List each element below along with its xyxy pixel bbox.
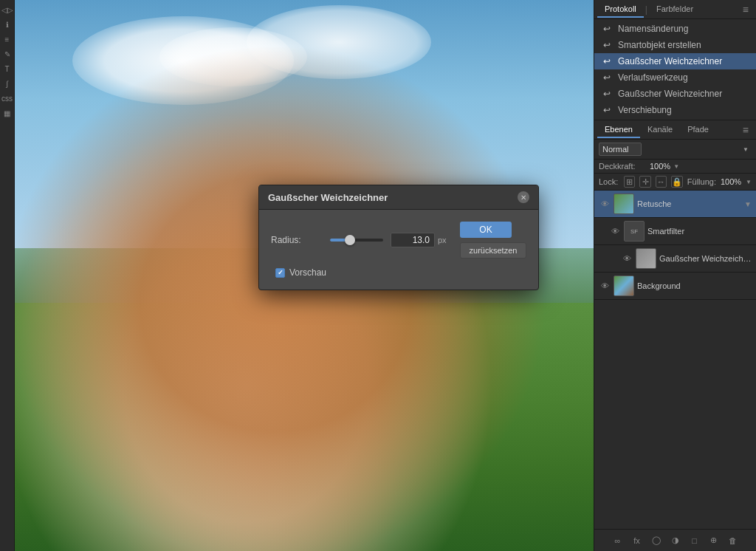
layers-panel-bottom: ∞ fx ◯ ◑ □ ⊕ 🗑 <box>594 529 756 551</box>
blend-mode-select-wrapper[interactable]: Normal <box>599 143 752 156</box>
delete-layer-icon[interactable]: 🗑 <box>726 534 740 547</box>
adjustment-layer-icon[interactable]: ◑ <box>669 534 682 547</box>
history-item-icon: ↩ <box>602 40 612 50</box>
layer-thumbnail-retusche <box>614 194 634 214</box>
layer-mask-icon[interactable]: ◯ <box>650 534 663 547</box>
history-item-active[interactable]: ↩ Gaußscher Weichzeichner <box>594 53 756 69</box>
layer-thumbnail-gaussian <box>636 248 656 269</box>
radius-value-input[interactable] <box>391 233 435 247</box>
dialog-title: Gaußscher Weichzeichner <box>268 192 388 203</box>
layer-item-retusche[interactable]: 👁 Retusche ▼ <box>594 191 756 218</box>
lock-artboard-icon[interactable]: ↔ <box>656 176 667 188</box>
history-item-label: Namensänderung <box>618 24 688 34</box>
new-layer-icon[interactable]: ⊕ <box>707 534 721 547</box>
preview-checkbox[interactable]: ✓ <box>275 268 285 278</box>
layer-thumbnail-smartfilter: SF <box>624 221 645 242</box>
right-panel: Protokoll | Farbfelder ≡ ↩ Namensänderun… <box>594 0 756 551</box>
layers-panel-tabs: Ebenen Kanäle Pfade ≡ <box>594 120 756 140</box>
history-panel-menu-button[interactable]: ≡ <box>738 2 753 17</box>
history-item-icon: ↩ <box>602 24 612 34</box>
slider-track <box>330 239 383 242</box>
layer-thumbnail-background <box>614 276 634 296</box>
history-item-label: Gaußscher Weichzeichner <box>618 56 722 66</box>
layer-visibility-eye[interactable]: 👁 <box>599 198 611 210</box>
fill-value[interactable]: 100% <box>721 177 741 186</box>
tab-kanaele[interactable]: Kanäle <box>640 122 680 138</box>
history-item[interactable]: ↩ Smartobjekt erstellen <box>594 37 756 53</box>
history-item-label: Gaußscher Weichzeichner <box>618 89 722 99</box>
brush-icon[interactable]: ✎ <box>1 47 14 61</box>
radius-row: Radius: px OK zurückse <box>271 222 526 259</box>
lock-move-icon[interactable]: ✛ <box>639 176 650 188</box>
blend-mode-select[interactable]: Normal <box>599 143 642 156</box>
history-panel-tabs: Protokoll | Farbfelder ≡ <box>594 0 756 19</box>
text-icon[interactable]: T <box>1 62 14 75</box>
layer-visibility-eye[interactable]: 👁 <box>621 253 633 264</box>
slider-thumb[interactable] <box>345 235 355 245</box>
canvas-area: Gaußscher Weichzeichner ✕ Radius: <box>15 0 594 551</box>
lock-row: Lock: ⊞ ✛ ↔ 🔒 Füllung: 100% ▼ <box>594 174 756 191</box>
history-icon[interactable]: ≡ <box>1 32 14 46</box>
opacity-value[interactable]: 100% <box>650 162 670 171</box>
preview-label: Vorschau <box>289 267 326 278</box>
history-item[interactable]: ↩ Verschiebung <box>594 102 756 118</box>
layer-item-smartfilter[interactable]: 👁 SF Smartfilter <box>594 218 756 245</box>
new-group-icon[interactable]: □ <box>688 534 701 547</box>
layer-item-gaussian[interactable]: 👁 Gaußscher Weichzeichner <box>594 245 756 273</box>
history-item-label: Smartobjekt erstellen <box>618 40 701 50</box>
history-item-icon: ↩ <box>602 89 612 99</box>
ok-button[interactable]: OK <box>460 222 512 238</box>
layer-name-smartfilter: Smartfilter <box>647 227 752 236</box>
left-icon-strip: ◁▷ ℹ ≡ ✎ T ∫ css ▦ <box>0 0 15 551</box>
lock-label: Lock: <box>599 177 618 186</box>
layer-style-icon[interactable]: fx <box>630 534 644 547</box>
fill-dropdown-icon[interactable]: ▼ <box>746 179 752 185</box>
history-item-label: Verlaufswerkzeug <box>618 72 688 83</box>
history-item-label: Verschiebung <box>618 105 672 115</box>
opacity-dropdown-icon[interactable]: ▼ <box>673 163 679 170</box>
info-icon[interactable]: ℹ <box>1 18 14 31</box>
radius-slider-container[interactable] <box>330 239 383 242</box>
layer-name-background: Background <box>637 281 752 290</box>
lock-all-icon[interactable]: 🔒 <box>671 176 683 188</box>
history-item[interactable]: ↩ Verlaufswerkzeug <box>594 69 756 86</box>
dialog-titlebar[interactable]: Gaußscher Weichzeichner ✕ <box>259 185 538 210</box>
dialog-buttons: OK zurücksetzen <box>460 222 526 259</box>
css-icon[interactable]: css <box>1 92 14 105</box>
layers-list: 👁 Retusche ▼ 👁 SF Smartfilter <box>594 191 756 529</box>
reset-button[interactable]: zurücksetzen <box>460 242 526 259</box>
history-item[interactable]: ↩ Gaußscher Weichzeichner <box>594 86 756 102</box>
history-item-icon: ↩ <box>602 56 612 66</box>
path-icon[interactable]: ∫ <box>1 77 14 90</box>
dialog-body: Radius: px OK zurückse <box>259 210 538 290</box>
tab-ebenen[interactable]: Ebenen <box>597 122 640 138</box>
radius-unit: px <box>438 236 453 244</box>
image-icon[interactable]: ▦ <box>1 106 14 120</box>
lock-checkerboard-icon[interactable]: ⊞ <box>624 176 635 188</box>
layer-options-arrow[interactable]: ▼ <box>744 200 752 208</box>
link-layers-icon[interactable]: ∞ <box>611 534 625 547</box>
checkbox-check-icon: ✓ <box>278 269 284 276</box>
tab-farbfelder[interactable]: Farbfelder <box>649 1 701 18</box>
fill-label: Füllung: <box>687 177 716 186</box>
history-item[interactable]: ↩ Namensänderung <box>594 21 756 37</box>
history-item-icon: ↩ <box>602 105 612 115</box>
tab-separator: | <box>645 4 647 15</box>
layer-visibility-eye[interactable]: 👁 <box>609 225 621 237</box>
gaussian-blur-dialog[interactable]: Gaußscher Weichzeichner ✕ Radius: <box>258 185 539 290</box>
layer-visibility-eye[interactable]: 👁 <box>599 280 611 292</box>
history-item-icon: ↩ <box>602 72 612 83</box>
opacity-row: Deckkraft: 100% ▼ <box>594 160 756 174</box>
slider-fill <box>330 239 346 242</box>
tab-protokoll[interactable]: Protokoll <box>597 1 644 18</box>
history-items-list: ↩ Namensänderung ↩ Smartobjekt erstellen… <box>594 19 756 120</box>
tab-pfade[interactable]: Pfade <box>680 122 716 138</box>
layers-panel-menu-button[interactable]: ≡ <box>738 123 753 137</box>
layer-item-background[interactable]: 👁 Background <box>594 273 756 300</box>
dialog-close-button[interactable]: ✕ <box>518 191 529 203</box>
layers-panel: Ebenen Kanäle Pfade ≡ Normal Deckkraft: <box>594 120 756 551</box>
radius-label: Radius: <box>271 235 323 245</box>
preview-row: ✓ Vorschau <box>271 267 526 278</box>
panel-toggle-icon[interactable]: ◁▷ <box>1 3 14 16</box>
opacity-label: Deckkraft: <box>599 162 647 171</box>
